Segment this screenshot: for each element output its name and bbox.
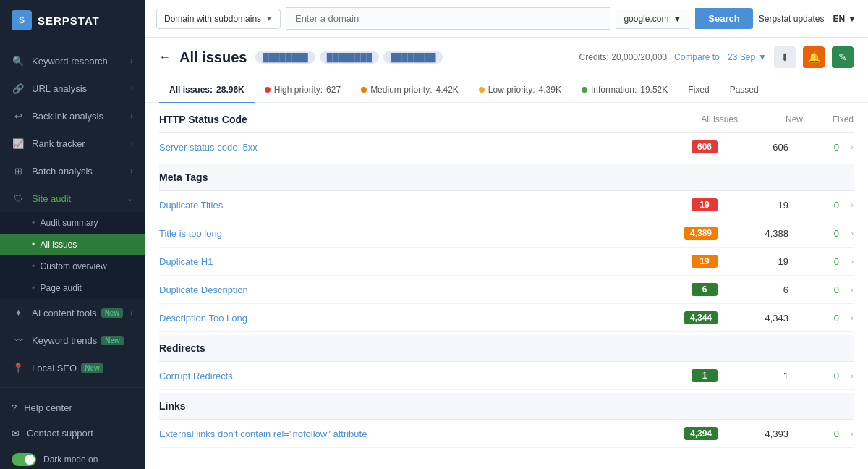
low-priority-dot — [479, 87, 485, 93]
sidebar-item-rank-tracker[interactable]: 📈 Rank tracker › — [0, 130, 145, 157]
batch-icon: ⊞ — [12, 164, 25, 177]
tab-passed[interactable]: Passed — [720, 77, 769, 103]
toggle-switch[interactable] — [12, 453, 36, 466]
settings-button[interactable]: ✎ — [832, 46, 854, 68]
tab-medium-priority-label: Medium priority: — [370, 85, 432, 95]
row-expand-icon[interactable]: › — [839, 143, 854, 151]
issue-fixed-count: 0 — [788, 142, 839, 153]
help-center-label: Help center — [24, 402, 72, 413]
contact-support-link[interactable]: ✉ Contact support — [0, 421, 145, 446]
issue-row[interactable]: Duplicate Description 6 6 0 › — [159, 276, 854, 304]
compare-link[interactable]: Compare to 23 Sep ▼ — [674, 52, 767, 62]
caret-icon: ▼ — [265, 14, 273, 22]
sidebar-item-page-audit[interactable]: Page audit — [0, 277, 145, 299]
domain-search-input[interactable] — [286, 7, 610, 30]
help-center-link[interactable]: ? Help center — [0, 395, 145, 421]
issue-name[interactable]: Description Too Long — [159, 313, 684, 324]
row-expand-icon[interactable]: › — [839, 371, 854, 380]
trends-icon: 〰 — [12, 334, 25, 347]
domain-filter-select[interactable]: Domain with subdomains ▼ — [156, 9, 281, 29]
ai-tools-icon: ✦ — [12, 306, 25, 319]
issue-badge: 19 — [692, 198, 718, 211]
sidebar-item-local-seo[interactable]: 📍 Local SEO New — [0, 354, 145, 381]
issue-name[interactable]: Title is too long — [159, 228, 684, 239]
tab-high-priority[interactable]: High priority: 627 — [255, 77, 351, 103]
section-redirects: Redirects — [159, 335, 854, 362]
row-expand-icon[interactable]: › — [839, 285, 854, 294]
issue-row[interactable]: Description Too Long 4,344 4,343 0 › — [159, 304, 854, 332]
sidebar-item-ai-content-tools[interactable]: ✦ AI content tools New › — [0, 299, 145, 326]
search-button[interactable]: Search — [695, 8, 752, 29]
compare-date: 23 Sep — [728, 52, 755, 62]
download-button[interactable]: ⬇ — [774, 46, 796, 68]
issue-all-count: 6 — [723, 284, 788, 295]
column-headers: All issues New Fixed — [673, 114, 854, 124]
tab-low-priority-count: 4.39K — [539, 85, 561, 95]
sidebar-item-site-audit[interactable]: 🛡 Site audit ⌄ — [0, 185, 145, 212]
issue-name[interactable]: Duplicate Description — [159, 284, 692, 295]
col-new: New — [738, 114, 803, 124]
issue-name[interactable]: Corrupt Redirects. — [159, 371, 692, 381]
sidebar-item-keyword-research[interactable]: 🔍 Keyword research › — [0, 47, 145, 75]
toolbar-right: Serpstat updates EN ▼ — [759, 14, 856, 24]
sidebar-label-trends: Keyword trends — [32, 335, 97, 346]
row-expand-icon[interactable]: › — [839, 313, 854, 322]
row-expand-icon[interactable]: › — [839, 229, 854, 237]
title-pill-1: ████████ — [255, 51, 315, 64]
row-expand-icon[interactable]: › — [839, 257, 854, 266]
sidebar-item-batch-analysis[interactable]: ⊞ Batch analysis › — [0, 157, 145, 185]
issue-name[interactable]: Server status code: 5xx — [159, 142, 692, 153]
row-expand-icon[interactable]: › — [839, 200, 854, 209]
sidebar-item-audit-summary[interactable]: Audit summary — [0, 212, 145, 234]
issue-row[interactable]: Title is too long 4,389 4,388 0 › — [159, 219, 854, 248]
bell-icon: 🔔 — [808, 51, 820, 63]
row-expand-icon[interactable]: › — [839, 429, 854, 438]
sidebar-item-all-issues[interactable]: All issues — [0, 234, 145, 255]
issue-name[interactable]: External links don't contain rel="nofoll… — [159, 428, 684, 439]
tab-fixed[interactable]: Fixed — [678, 77, 719, 103]
tab-information[interactable]: Information: 19.52K — [571, 77, 678, 103]
back-button[interactable]: ← — [159, 51, 171, 64]
issue-row[interactable]: Duplicate Titles 19 19 0 › — [159, 191, 854, 219]
issue-row[interactable]: Server status code: 5xx 606 606 0 › — [159, 133, 854, 161]
issue-name[interactable]: Duplicate H1 — [159, 256, 692, 267]
download-icon: ⬇ — [780, 51, 789, 63]
issue-name[interactable]: Duplicate Titles — [159, 200, 692, 211]
meta-tags-title: Meta Tags — [159, 172, 208, 183]
high-priority-dot — [265, 87, 271, 93]
chevron-icon: › — [130, 166, 133, 175]
issue-row[interactable]: Duplicate H1 19 19 0 › — [159, 248, 854, 276]
tab-all-issues-label: All issues: — [169, 85, 213, 95]
section-links: Links — [159, 393, 854, 420]
chevron-icon: › — [130, 56, 133, 65]
sidebar-item-url-analysis[interactable]: 🔗 URL analysis › — [0, 75, 145, 102]
tab-fixed-label: Fixed — [688, 85, 709, 95]
issue-row[interactable]: Corrupt Redirects. 1 1 0 › — [159, 362, 854, 390]
contact-support-label: Contact support — [27, 428, 93, 439]
issue-row[interactable]: External links don't contain rel="nofoll… — [159, 420, 854, 448]
issue-badge: 4,389 — [684, 227, 718, 240]
issue-all-count: 19 — [723, 200, 788, 211]
domain-value-select[interactable]: google.com ▼ — [616, 9, 689, 29]
sidebar-item-custom-overview[interactable]: Custom overview — [0, 255, 145, 277]
notification-button[interactable]: 🔔 — [803, 46, 825, 68]
tab-medium-priority[interactable]: Medium priority: 4.42K — [351, 77, 469, 103]
issue-fixed-count: 0 — [788, 284, 839, 295]
tab-medium-priority-count: 4.42K — [435, 85, 458, 95]
sidebar-item-backlink-analysis[interactable]: ↩ Backlink analysis › — [0, 102, 145, 130]
dark-mode-toggle[interactable]: Dark mode on — [0, 446, 145, 469]
page-header: ← All issues ████████ ████████ ████████ … — [145, 38, 868, 77]
updates-link[interactable]: Serpstat updates — [759, 14, 825, 24]
tab-low-priority[interactable]: Low priority: 4.39K — [469, 77, 571, 103]
tab-information-count: 19.52K — [640, 85, 668, 95]
sidebar-item-keyword-trends[interactable]: 〰 Keyword trends New — [0, 326, 145, 354]
chevron-icon: › — [130, 308, 133, 317]
tab-high-priority-label: High priority: — [274, 85, 323, 95]
language-selector[interactable]: EN ▼ — [833, 14, 856, 24]
issue-fixed-count: 0 — [788, 228, 839, 239]
tab-all-issues[interactable]: All issues: 28.96K — [159, 77, 255, 103]
logo-icon: S — [12, 10, 32, 30]
title-pill-2: ████████ — [320, 51, 379, 64]
page-header-right: Credits: 20,000/20,000 Compare to 23 Sep… — [579, 46, 854, 68]
issues-table: HTTP Status Code All issues New Fixed Se… — [145, 103, 868, 448]
